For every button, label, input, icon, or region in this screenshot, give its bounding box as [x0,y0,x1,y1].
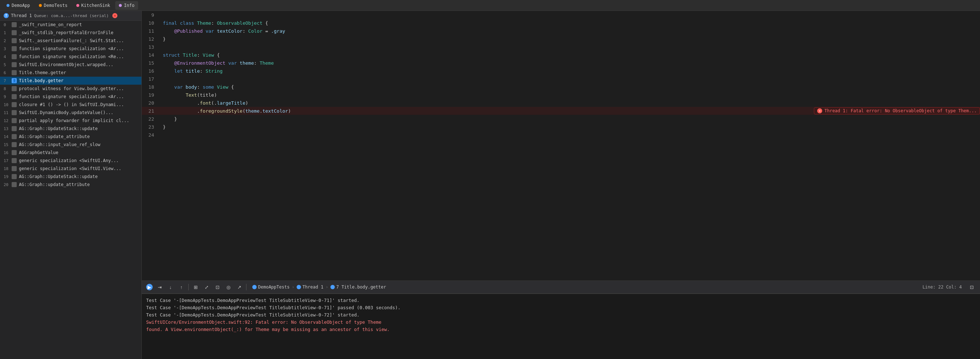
stack-item-num: 20 [4,183,10,187]
stack-icon [12,46,17,51]
code-line: 21 .foregroundStyle(theme.textColor)✕Thr… [142,107,980,115]
toolbar-step-over-button[interactable]: ⇥ [156,283,164,291]
code-line: 9 [142,11,980,19]
stack-item[interactable]: 0_swift_runtime_on_report [0,21,142,29]
toolbar-share-button[interactable]: ⤢ [202,283,210,291]
stack-item[interactable]: 18generic specialization <SwiftUI.View..… [0,165,142,173]
console-line: Test Case '-[DemoAppTests.DemoAppPreview… [146,311,976,319]
tab-info[interactable]: Info [115,1,138,10]
tab-label-demoapp: DemoApp [12,3,30,8]
stack-item[interactable]: 13AG::Graph::UpdateStack::update [0,125,142,133]
stack-icon [12,158,17,163]
stack-item[interactable]: 5SwiftUI.EnvironmentObject.wrapped... [0,61,142,69]
line-number: 16 [142,68,160,74]
toolbar-step-out-button[interactable]: ↑ [177,283,185,291]
stack-item-num: 8 [4,86,10,91]
stack-item[interactable]: 11SwiftUI.DynamicBody.updateValue()... [0,109,142,117]
stack-item-num: 12 [4,118,10,123]
toolbar-view-button[interactable]: ⊡ [213,283,221,291]
line-number: 24 [142,132,160,138]
code-line: 24 [142,131,980,139]
stack-sidebar: T Thread 1 Queue: com.a...-thread (seria… [0,11,142,359]
stack-item[interactable]: 4function signature specialization <Re..… [0,53,142,61]
line-number: 19 [142,92,160,98]
toolbar-breakpoints-button[interactable]: ⊞ [192,283,200,291]
stack-item[interactable]: 20AG::Graph::update_attribute [0,181,142,189]
toolbar-play-button[interactable]: ▶ [146,284,153,290]
line-content: final class Theme: ObservableObject { [160,21,980,26]
close-thread-button[interactable]: ✕ [112,13,118,18]
stack-icon [12,22,17,27]
thread-header: T Thread 1 Queue: com.a...-thread (seria… [0,11,142,21]
stack-item-label: function signature specialization <Ar... [19,94,124,99]
stack-item[interactable]: 6Title.theme.getter [0,69,142,77]
stack-item-label: SwiftUI.DynamicBody.updateValue()... [19,110,113,115]
stack-item[interactable]: 14AG::Graph::update_attribute [0,133,142,141]
tab-demoapp[interactable]: DemoApp [3,1,34,10]
thread-queue: Queue: com.a...-thread (serial) [34,13,109,18]
stack-item-num: 1 [4,30,10,35]
stack-item-num: 9 [4,94,10,99]
toolbar-location-button[interactable]: ◎ [224,283,232,291]
code-line: 11 @Published var textColor: Color = .gr… [142,27,980,35]
breadcrumb: DemoAppTests › Thread 1 › 7 Title.body.g… [252,284,386,290]
stack-item-label: generic specialization <SwiftUI.View... [19,166,121,171]
stack-item-label: Title.theme.getter [19,70,66,75]
console-line: SwiftUICore/EnvironmentObject.swift:92: … [146,319,976,326]
stack-icon [12,166,17,171]
code-line: 16 let title: String [142,67,980,75]
toolbar-step-in-button[interactable]: ↓ [167,283,175,291]
stack-item[interactable]: 2Swift._assertionFailure(_: Swift.Stat..… [0,37,142,45]
stack-item[interactable]: 8protocol witness for View.body.getter..… [0,85,142,93]
breadcrumb-getter[interactable]: 7 Title.body.getter [331,284,386,290]
line-number: 15 [142,60,160,66]
stack-item[interactable]: 3function signature specialization <Ar..… [0,45,142,53]
tab-dot-kitchensink [76,4,79,7]
line-content: @Published var textColor: Color = .gray [160,29,980,34]
toolbar-arrow-button[interactable]: ↗ [235,283,243,291]
toolbar-expand-button[interactable]: ⊡ [968,283,976,291]
error-badge: ✕Thread 1: Fatal error: No ObservableObj… [814,107,980,114]
stack-item[interactable]: 17generic specialization <SwiftUI.Any... [0,157,142,165]
stack-item-label: closure #1 () -> () in SwiftUI.Dynami... [19,102,124,107]
stack-item-label: AG::Graph::update_attribute [19,182,90,187]
code-line: 20 .font(.largeTitle) [142,99,980,107]
right-content: 910final class Theme: ObservableObject {… [142,11,980,359]
thread-icon: T [4,13,9,18]
stack-item-label: AG::Graph::update_attribute [19,134,90,139]
tab-dot-info [119,4,122,7]
code-editor: 910final class Theme: ObservableObject {… [142,11,980,281]
stack-item[interactable]: 15AG::Graph::input_value_ref_slow [0,141,142,149]
stack-list[interactable]: 0_swift_runtime_on_report1_swift_stdlib_… [0,21,142,359]
stack-item[interactable]: 19AG::Graph::UpdateStack::update [0,173,142,181]
console-line: Test Case '-[DemoAppTests.DemoAppPreview… [146,304,976,311]
error-circle-icon: ✕ [817,108,822,113]
thread-breadcrumb-icon [297,285,301,289]
stack-icon [12,38,17,43]
stack-item[interactable]: 1_swift_stdlib_reportFatalErrorInFile [0,29,142,37]
code-line: 22 } [142,115,980,123]
stack-item-num: 13 [4,127,10,131]
stack-item[interactable]: 12partial apply forwarder for implicit c… [0,117,142,125]
demoapp-icon [252,285,257,289]
stack-icon [12,102,17,107]
breadcrumb-thread[interactable]: Thread 1 [297,284,323,290]
line-number: 11 [142,29,160,34]
code-lines: 910final class Theme: ObservableObject {… [142,11,980,281]
stack-item[interactable]: 10closure #1 () -> () in SwiftUI.Dynami.… [0,101,142,109]
breadcrumb-sep-1: › [292,284,294,290]
stack-item[interactable]: 7👤Title.body.getter [0,77,142,85]
breadcrumb-demoapp[interactable]: DemoAppTests [252,284,290,290]
line-content: .font(.largeTitle) [160,100,980,106]
tab-label-info: Info [124,3,135,8]
tab-demotests[interactable]: DemoTests [35,1,71,10]
line-number: 18 [142,84,160,90]
stack-item[interactable]: 9function signature specialization <Ar..… [0,93,142,101]
line-content: let title: String [160,68,980,74]
stack-item-label: partial apply forwarder for implicit cl.… [19,118,129,123]
code-line: 10final class Theme: ObservableObject { [142,19,980,27]
breadcrumb-thread-label: Thread 1 [302,284,323,290]
tab-kitchensink[interactable]: KitchenSink [73,1,114,10]
stack-item[interactable]: 16AGGraphGetValue [0,149,142,157]
stack-item-num: 4 [4,54,10,59]
